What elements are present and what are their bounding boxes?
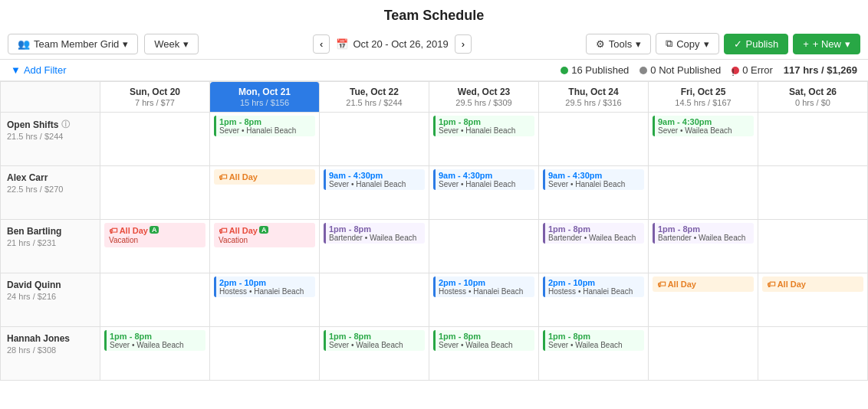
col-header-0: Sun, Oct 207 hrs / $77 — [100, 82, 210, 113]
col-header-3: Wed, Oct 2329.5 hrs / $309 — [429, 82, 539, 113]
check-icon: ✓ — [734, 38, 742, 50]
cell-1-6[interactable] — [758, 166, 868, 220]
cell-4-6[interactable] — [758, 327, 868, 381]
cell-3-6[interactable]: 🏷 All Day — [758, 273, 868, 327]
grid-icon: 👥 — [18, 38, 30, 50]
chevron-down-icon: ▾ — [123, 38, 128, 50]
member-name: Open Shifts — [7, 119, 58, 130]
cell-2-1[interactable]: A🏷 All Day Vacation — [210, 220, 320, 273]
not-published-stat: 0 Not Published — [639, 64, 721, 76]
col-header-4: Thu, Oct 2429.5 hrs / $316 — [539, 82, 649, 113]
cell-1-4[interactable]: 9am - 4:30pm Sever • Hanalei Beach — [539, 166, 649, 220]
cell-2-3[interactable] — [429, 220, 539, 273]
week-button[interactable]: Week ▾ — [144, 34, 199, 54]
date-range-label: Oct 20 - Oct 26, 2019 — [353, 38, 448, 50]
page-title: Team Schedule — [0, 0, 868, 28]
publish-label: Publish — [746, 38, 779, 50]
row-label-1: Alex Carr22.5 hrs / $270 — [1, 166, 100, 220]
cell-0-2[interactable] — [320, 113, 429, 166]
plus-icon: + — [803, 38, 809, 50]
published-label: 16 Published — [571, 64, 629, 76]
row-label-4: Hannah Jones28 hrs / $308 — [1, 327, 100, 381]
col-header-5: Fri, Oct 2514.5 hrs / $167 — [649, 82, 758, 113]
cell-1-2[interactable]: 9am - 4:30pm Sever • Hanalei Beach — [320, 166, 429, 220]
add-filter-label: Add Filter — [24, 64, 67, 76]
gear-icon: ⚙ — [596, 38, 605, 50]
cell-0-6[interactable] — [758, 113, 868, 166]
cell-3-1[interactable]: 2pm - 10pm Hostess • Hanalei Beach — [210, 273, 320, 327]
info-icon: ⓘ — [61, 119, 70, 130]
cell-2-4[interactable]: 1pm - 8pm Bartender • Wailea Beach — [539, 220, 649, 273]
filter-icon: ▼ — [11, 64, 21, 76]
cell-2-5[interactable]: 1pm - 8pm Bartender • Wailea Beach — [649, 220, 758, 273]
chevron-down-icon-week: ▾ — [183, 38, 189, 50]
week-label: Week — [154, 38, 179, 50]
view-label: Team Member Grid — [34, 38, 119, 50]
cell-1-0[interactable] — [100, 166, 210, 220]
cell-4-4[interactable]: 1pm - 8pm Sever • Wailea Beach — [539, 327, 649, 381]
cell-0-4[interactable] — [539, 113, 649, 166]
calendar-icon: 📅 — [336, 38, 348, 50]
prev-arrow[interactable]: ‹ — [313, 34, 330, 54]
cell-2-6[interactable] — [758, 220, 868, 273]
col-header-1: Mon, Oct 2115 hrs / $156 — [210, 82, 320, 113]
error-dot: ! — [732, 67, 739, 74]
cell-1-1[interactable]: 🏷 All Day — [210, 166, 320, 220]
chevron-down-icon-new: ▾ — [845, 38, 850, 50]
add-filter[interactable]: ▼ Add Filter — [11, 64, 67, 76]
cell-1-3[interactable]: 9am - 4:30pm Sever • Hanalei Beach — [429, 166, 539, 220]
row-label-0: Open Shiftsⓘ21.5 hrs / $244 — [1, 113, 100, 166]
error-stat: ! 0 Error — [732, 64, 773, 76]
date-range: 📅 Oct 20 - Oct 26, 2019 — [336, 38, 448, 50]
cell-2-2[interactable]: 1pm - 8pm Bartender • Wailea Beach — [320, 220, 429, 273]
tools-button[interactable]: ⚙ Tools ▾ — [586, 34, 651, 54]
row-label-3: David Quinn24 hrs / $216 — [1, 273, 100, 327]
header-empty — [1, 82, 100, 113]
new-label: + New — [813, 38, 841, 50]
cell-4-3[interactable]: 1pm - 8pm Sever • Wailea Beach — [429, 327, 539, 381]
next-arrow[interactable]: › — [455, 34, 472, 54]
cell-3-0[interactable] — [100, 273, 210, 327]
row-label-2: Ben Bartling21 hrs / $231 — [1, 220, 100, 273]
cell-4-1[interactable] — [210, 327, 320, 381]
published-stat: 16 Published — [561, 64, 629, 76]
cell-3-4[interactable]: 2pm - 10pm Hostess • Hanalei Beach — [539, 273, 649, 327]
stats-bar: 16 Published 0 Not Published ! 0 Error 1… — [561, 64, 857, 76]
subbar: ▼ Add Filter 16 Published 0 Not Publishe… — [0, 60, 868, 81]
cell-2-0[interactable]: A🏷 All Day Vacation — [100, 220, 210, 273]
team-member-grid-button[interactable]: 👥 Team Member Grid ▾ — [8, 34, 138, 54]
chevron-down-icon-copy: ▾ — [704, 38, 709, 50]
cell-0-5[interactable]: 9am - 4:30pm Sever • Wailea Beach — [649, 113, 758, 166]
error-label: 0 Error — [742, 64, 773, 76]
cell-4-5[interactable] — [649, 327, 758, 381]
col-header-6: Sat, Oct 260 hrs / $0 — [758, 82, 868, 113]
not-published-label: 0 Not Published — [650, 64, 721, 76]
chevron-down-icon-tools: ▾ — [636, 38, 641, 50]
cell-3-5[interactable]: 🏷 All Day — [649, 273, 758, 327]
copy-label: Copy — [676, 38, 699, 50]
new-button[interactable]: + + New ▾ — [793, 34, 860, 54]
copy-icon: ⧉ — [666, 38, 672, 50]
cell-0-0[interactable] — [100, 113, 210, 166]
total-label: 117 hrs / $1,269 — [784, 64, 857, 76]
cell-4-2[interactable]: 1pm - 8pm Sever • Wailea Beach — [320, 327, 429, 381]
cell-3-2[interactable] — [320, 273, 429, 327]
cell-0-1[interactable]: 1pm - 8pm Sever • Hanalei Beach — [210, 113, 320, 166]
cell-4-0[interactable]: 1pm - 8pm Sever • Wailea Beach — [100, 327, 210, 381]
published-dot — [561, 67, 568, 74]
tools-label: Tools — [609, 38, 632, 50]
publish-button[interactable]: ✓ Publish — [724, 34, 789, 54]
schedule-grid: Sun, Oct 207 hrs / $77Mon, Oct 2115 hrs … — [0, 81, 868, 381]
cell-0-3[interactable]: 1pm - 8pm Sever • Hanalei Beach — [429, 113, 539, 166]
not-published-dot — [639, 67, 647, 74]
col-header-2: Tue, Oct 2221.5 hrs / $244 — [320, 82, 429, 113]
cell-3-3[interactable]: 2pm - 10pm Hostess • Hanalei Beach — [429, 273, 539, 327]
toolbar: 👥 Team Member Grid ▾ Week ▾ ‹ 📅 Oct 20 -… — [0, 28, 868, 60]
total-stat: 117 hrs / $1,269 — [784, 64, 857, 76]
cell-1-5[interactable] — [649, 166, 758, 220]
copy-button[interactable]: ⧉ Copy ▾ — [656, 33, 718, 54]
